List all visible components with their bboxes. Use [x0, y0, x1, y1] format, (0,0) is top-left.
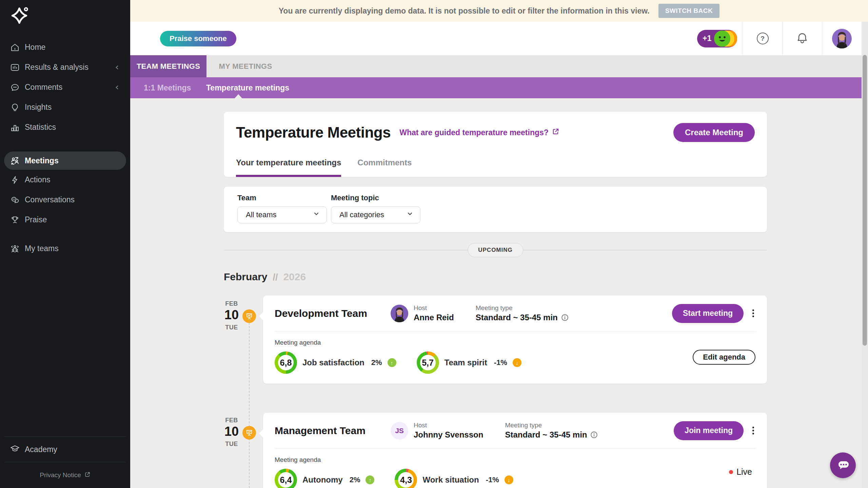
- presentation-board-icon: [245, 312, 253, 320]
- tab-my-meetings[interactable]: MY MEETINGS: [206, 55, 284, 77]
- switch-back-button[interactable]: SWITCH BACK: [658, 4, 720, 18]
- bell-icon: [795, 31, 809, 46]
- tab-team-meetings[interactable]: TEAM MEETINGS: [130, 55, 206, 77]
- main-tabbar: TEAM MEETINGS MY MEETINGS: [130, 55, 862, 77]
- meeting-header-row: Management Team JS Host Johnny Svensson …: [263, 413, 767, 448]
- external-link-icon: [552, 128, 559, 137]
- demo-data-banner: You are currently displaying demo data. …: [130, 0, 868, 22]
- praise-someone-button[interactable]: Praise someone: [160, 31, 236, 46]
- sidebar-item-comments[interactable]: Comments: [4, 77, 126, 97]
- user-avatar-button[interactable]: [822, 22, 862, 55]
- agenda-row: 6,4 Autonomy 2% ↑ 4,3 Work situation -1%…: [275, 468, 755, 488]
- sidebar-nav: Home Results & analysis Comments: [0, 37, 130, 259]
- meeting-card-management-team: Management Team JS Host Johnny Svensson …: [263, 413, 767, 488]
- meeting-actions: Start meeting: [672, 304, 755, 323]
- reactions-badge[interactable]: +1: [692, 22, 743, 55]
- sidebar-item-praise[interactable]: Praise: [4, 210, 126, 230]
- help-icon: ?: [757, 33, 769, 44]
- live-indicator: Live: [729, 467, 752, 477]
- sidebar-item-results-analysis[interactable]: Results & analysis: [4, 57, 126, 77]
- subnav-temperature-meetings[interactable]: Temperature meetings: [206, 77, 289, 98]
- meeting-date: FEB 10 TUE: [217, 300, 246, 331]
- info-icon[interactable]: [590, 431, 598, 439]
- emoji-stack-icon: [714, 30, 737, 47]
- date-day: 10: [217, 308, 246, 322]
- card-notch: [259, 312, 263, 321]
- kebab-menu-icon[interactable]: [751, 308, 755, 319]
- join-meeting-button[interactable]: Join meeting: [674, 421, 744, 440]
- results-analysis-icon: [10, 62, 20, 73]
- date-weekday: TUE: [217, 440, 246, 448]
- sidebar-item-label: Home: [25, 43, 45, 52]
- live-label: Live: [736, 467, 752, 477]
- start-meeting-button[interactable]: Start meeting: [672, 304, 744, 323]
- agenda-item-label: Job satisfaction: [302, 358, 364, 367]
- meeting-card-development-team: Development Team Host Anne Reid Meeting …: [263, 296, 767, 384]
- praise-trophy-icon: [10, 215, 20, 225]
- tab-your-temperature-meetings[interactable]: Your temperature meetings: [236, 153, 341, 177]
- temperature-meeting-marker: [242, 309, 256, 323]
- meeting-type: Meeting type Standard ~ 35-45 min: [505, 422, 598, 440]
- sidebar-item-label: Academy: [25, 445, 57, 454]
- chevron-left-icon[interactable]: [113, 64, 121, 71]
- comments-icon: [10, 82, 20, 93]
- sidebar-item-label: My teams: [25, 244, 59, 253]
- team-select[interactable]: All teams: [237, 206, 327, 223]
- score-value: 4,3: [398, 472, 414, 488]
- sidebar-item-statistics[interactable]: Statistics: [4, 117, 126, 137]
- help-button[interactable]: ?: [743, 22, 782, 55]
- agenda-item-label: Work situation: [422, 475, 479, 485]
- sidebar-item-meetings[interactable]: Meetings: [4, 151, 126, 170]
- chevron-left-icon[interactable]: [113, 84, 121, 91]
- team-filter-label: Team: [237, 194, 327, 202]
- sidebar-item-insights[interactable]: Insights: [4, 97, 126, 117]
- notifications-button[interactable]: [782, 22, 822, 55]
- host-label: Host: [414, 422, 483, 429]
- subnav-one-on-one[interactable]: 1:1 Meetings: [144, 77, 191, 98]
- team-filter: Team All teams: [237, 194, 327, 225]
- privacy-notice-link[interactable]: Privacy Notice: [0, 462, 130, 488]
- info-icon[interactable]: [561, 314, 569, 321]
- filters-card: Team All teams Meeting topic All categor…: [224, 187, 767, 232]
- home-icon: [10, 42, 20, 53]
- scrollbar-thumb[interactable]: [863, 55, 867, 346]
- reaction-pill: +1: [697, 30, 737, 47]
- agenda-item-job-satisfaction: 6,8 Job satisfaction 2% ↑: [275, 351, 396, 374]
- guided-meetings-link[interactable]: What are guided temperature meetings?: [399, 128, 559, 137]
- edit-agenda-button[interactable]: Edit agenda: [693, 350, 755, 365]
- insights-lightbulb-icon: [10, 102, 20, 113]
- meeting-host: JS Host Johnny Svensson: [391, 422, 483, 440]
- chat-bubble-icon: [835, 458, 850, 473]
- date-month: FEB: [217, 416, 246, 424]
- sidebar-item-my-teams[interactable]: My teams: [4, 239, 126, 259]
- team-select-value: All teams: [246, 210, 276, 219]
- meeting-title: Development Team: [275, 308, 387, 319]
- sidebar-item-home[interactable]: Home: [4, 37, 126, 57]
- app-logo[interactable]: [9, 6, 30, 28]
- host-name: Anne Reid: [414, 313, 454, 322]
- kebab-menu-icon[interactable]: [751, 425, 755, 436]
- meeting-type-label: Meeting type: [505, 422, 598, 429]
- agenda-item-work-situation: 4,3 Work situation -1% ↓: [395, 469, 513, 488]
- topic-filter: Meeting topic All categories: [331, 194, 420, 225]
- sidebar-item-actions[interactable]: Actions: [4, 170, 126, 190]
- host-name: Johnny Svensson: [414, 430, 483, 440]
- support-chat-button[interactable]: [830, 452, 856, 478]
- conversations-chat-icon: [10, 195, 20, 205]
- tab-commitments[interactable]: Commitments: [357, 153, 412, 177]
- agenda-label: Meeting agenda: [275, 339, 755, 346]
- sidebar-item-label: Actions: [25, 175, 50, 184]
- external-link-icon: [84, 471, 91, 479]
- host-label: Host: [414, 304, 454, 312]
- host-avatar-initials: JS: [391, 422, 408, 440]
- sidebar-item-label: Praise: [25, 215, 47, 224]
- sidebar-item-academy[interactable]: Academy: [4, 437, 126, 462]
- agenda-label: Meeting agenda: [275, 456, 755, 464]
- create-meeting-button[interactable]: Create Meeting: [673, 123, 755, 142]
- sidebar-item-conversations[interactable]: Conversations: [4, 190, 126, 210]
- my-teams-icon: [10, 244, 20, 254]
- chevron-down-icon: [313, 210, 320, 219]
- agenda-item-delta: -1%: [486, 475, 499, 484]
- sidebar-item-label: Conversations: [25, 195, 75, 204]
- topic-select[interactable]: All categories: [331, 206, 420, 223]
